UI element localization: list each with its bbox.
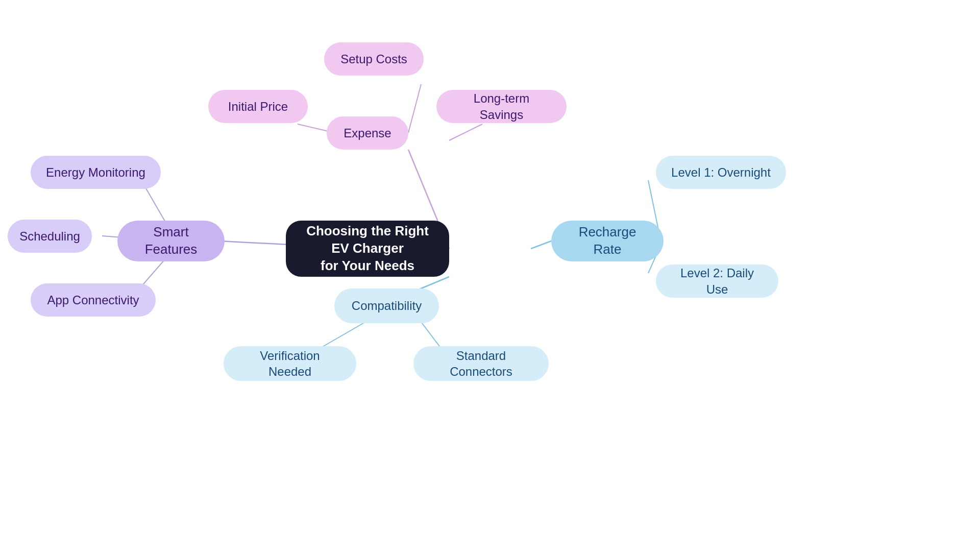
level1-node: Level 1: Overnight — [656, 156, 786, 189]
standard-connectors-node: Standard Connectors — [413, 346, 549, 381]
setup-costs-node: Setup Costs — [324, 42, 424, 76]
verification-needed-node: Verification Needed — [224, 346, 356, 381]
scheduling-node: Scheduling — [8, 220, 92, 253]
svg-line-4 — [408, 84, 421, 133]
compatibility-node: Compatibility — [334, 288, 439, 323]
level2-node: Level 2: Daily Use — [656, 265, 778, 298]
recharge-rate-node: Recharge Rate — [551, 221, 664, 261]
app-connectivity-node: App Connectivity — [31, 283, 156, 317]
initial-price-node: Initial Price — [208, 90, 308, 123]
longterm-savings-node: Long-term Savings — [436, 90, 567, 123]
energy-monitoring-node: Energy Monitoring — [31, 156, 161, 189]
svg-line-2 — [531, 241, 551, 249]
svg-line-6 — [449, 124, 482, 140]
center-node: Choosing the Right EV Chargerfor Your Ne… — [286, 221, 449, 277]
expense-node: Expense — [327, 116, 408, 150]
smart-features-node: Smart Features — [117, 221, 225, 261]
